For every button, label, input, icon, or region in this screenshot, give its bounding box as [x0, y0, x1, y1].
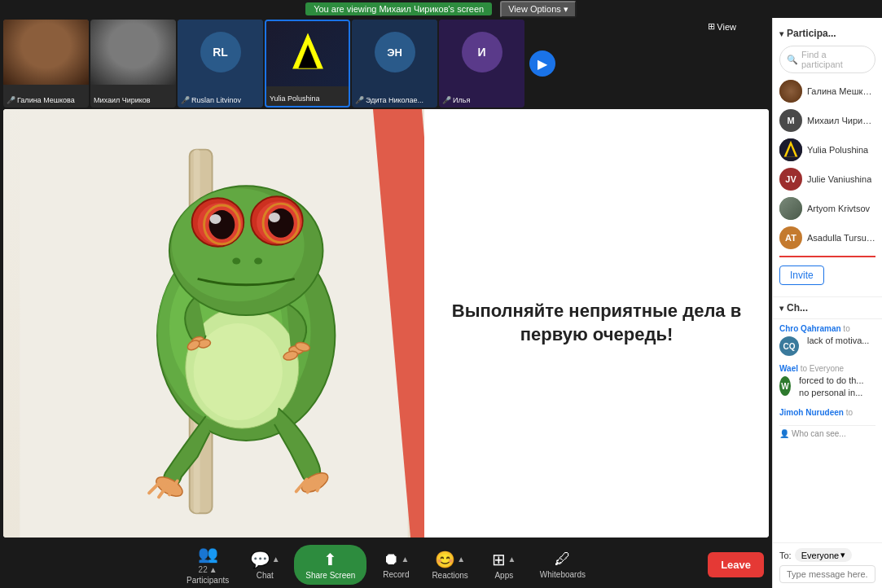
msg-sender-3: Jimoh Nurudeen: [779, 408, 846, 417]
participants-header: ▾ Participa...: [773, 24, 882, 42]
chat-input[interactable]: [779, 565, 875, 583]
svg-point-26: [210, 214, 222, 224]
whiteboards-button[interactable]: 🖊 Whiteboards: [533, 546, 592, 582]
participants-label: Participants: [186, 576, 229, 585]
reactions-button[interactable]: 😊 ▲ Reactions: [425, 546, 474, 583]
record-caret: ▲: [401, 555, 409, 564]
apps-button[interactable]: ⊞ ▲ Apps: [480, 546, 529, 583]
list-item-mikhail[interactable]: М Михаил Чириков: [773, 106, 882, 135]
msg-text-1: lack of motiva...: [807, 335, 869, 356]
slide-frog-area: [3, 109, 424, 538]
participant-tile-ruslan[interactable]: RL 🎤 Ruslan Litvinov: [178, 20, 263, 108]
scroll-right-button[interactable]: ▶: [529, 50, 555, 77]
msg-to-2: to Everyone: [801, 364, 844, 373]
list-item-galina[interactable]: Галина Мешкова: [773, 77, 882, 106]
avatar-mikhail: М: [779, 109, 802, 132]
leave-button[interactable]: Leave: [708, 552, 764, 577]
share-screen-label: Share Screen: [305, 571, 355, 580]
apps-label: Apps: [494, 571, 513, 580]
record-icon: ⏺: [383, 550, 399, 568]
search-participant-container: 🔍 Find a participant: [779, 46, 875, 73]
participants-icon: 👥: [198, 544, 218, 564]
participant-name-artyom: Artyom Krivtsov: [807, 204, 870, 213]
participant-name-asadulla: Asadulla Tursunov: [807, 233, 875, 243]
invite-button[interactable]: Invite: [779, 265, 824, 285]
chat-to-row: To: Everyone ▾: [779, 548, 875, 562]
participant-tile-ilya[interactable]: И 🎤 Илья: [439, 20, 524, 108]
chat-message-1: Chro Qahraman to CQ lack of motiva...: [779, 324, 875, 356]
avatar-cq: CQ: [779, 336, 799, 356]
list-item-yulia[interactable]: Yulia Polushina: [773, 135, 882, 165]
toolbar: 👥 22 ▲ Participants 💬 ▲ Chat ⬆ Share Scr: [0, 541, 772, 588]
grid-icon: ⊞: [708, 21, 715, 32]
participant-name-mikhail: Михаил Чириков: [807, 116, 875, 125]
participant-tile-galina[interactable]: 🎤 Галина Мешкова: [3, 20, 89, 108]
svg-point-31: [254, 258, 262, 265]
view-button[interactable]: ⊞ View: [708, 21, 736, 32]
participant-name-yulia: Yulia Polushina: [807, 145, 868, 155]
share-screen-button[interactable]: ⬆ Share Screen: [294, 545, 366, 585]
record-label: Record: [383, 570, 409, 579]
tile-name: Галина Мешкова: [17, 96, 75, 104]
content-area: ⊞ View 🎤 Галина Мешкова: [0, 18, 772, 588]
view-options-button[interactable]: View Options ▾: [500, 1, 577, 18]
chevron-down-icon-everyone: ▾: [840, 550, 845, 560]
chat-panel: ▾ Ch... Chro Qahraman to CQ lack of moti…: [773, 297, 882, 588]
search-placeholder: Find a participant: [801, 50, 868, 69]
separator: [779, 256, 875, 257]
msg-to-1: to: [843, 324, 849, 333]
reactions-icon: 😊: [435, 550, 455, 569]
whiteboards-icon: 🖊: [555, 550, 571, 568]
screen-share-area: СТЬ ЛЯГУШКУ: [3, 109, 769, 538]
participant-tile-yulia[interactable]: Yulia Polushina: [265, 20, 350, 108]
tile-name: Михаил Чириков: [94, 96, 151, 104]
tile-name: Yulia Polushina: [270, 94, 320, 103]
msg-text-2: forced to do th... no personal in...: [799, 375, 875, 400]
chat-panel-title: Ch...: [787, 302, 875, 314]
person-icon: 👤: [779, 429, 789, 438]
right-panel: ▾ Participa... 🔍 Find a participant Гали…: [772, 18, 882, 588]
search-icon: 🔍: [787, 55, 798, 65]
list-item-julie[interactable]: JV Julie Vaniushina: [773, 165, 882, 194]
avatar-w: W: [779, 376, 791, 396]
whiteboards-label: Whiteboards: [540, 570, 586, 579]
avatar-julie: JV: [779, 168, 802, 191]
chat-caret: ▲: [272, 555, 280, 564]
chat-button[interactable]: 💬 ▲ Chat: [240, 546, 289, 583]
participants-count: 22: [199, 565, 208, 574]
participants-panel-title: Participa...: [787, 28, 875, 39]
msg-sender-2: Wael: [779, 364, 801, 373]
participant-tile-mikhail[interactable]: Михаил Чириков: [90, 20, 176, 108]
chat-messages: Chro Qahraman to CQ lack of motiva... Wa…: [773, 319, 882, 542]
tile-name: Эдита Николае...: [366, 96, 423, 104]
chat-message-2: Wael to Everyone W forced to do th... no…: [779, 364, 875, 400]
list-item-asadulla[interactable]: AT Asadulla Tursunov: [773, 223, 882, 252]
avatar-galina: [779, 80, 802, 103]
participant-strip: ⊞ View 🎤 Галина Мешкова: [0, 18, 772, 109]
chat-header: ▾ Ch...: [773, 297, 882, 319]
reactions-label: Reactions: [432, 571, 467, 580]
mic-off-icon: 🎤: [355, 96, 364, 104]
tile-name: Ruslan Litvinov: [191, 96, 241, 104]
main-area: ⊞ View 🎤 Галина Мешкова: [0, 18, 882, 588]
to-label: To:: [779, 551, 792, 560]
chat-footer: To: Everyone ▾: [773, 542, 882, 588]
svg-point-27: [269, 213, 280, 222]
svg-point-9: [194, 323, 283, 420]
everyone-button[interactable]: Everyone ▾: [795, 548, 852, 562]
record-button[interactable]: ⏺ ▲ Record: [371, 546, 420, 582]
slide-content: СТЬ ЛЯГУШКУ: [3, 109, 769, 538]
participants-panel: ▾ Participa... 🔍 Find a participant Гали…: [773, 18, 882, 297]
participant-tile-edita[interactable]: ЭН 🎤 Эдита Николае...: [352, 20, 437, 108]
top-banner: You are viewing Михаил Чириков's screen …: [0, 0, 882, 18]
msg-sender-1: Chro Qahraman: [779, 324, 843, 333]
svg-point-24: [209, 210, 235, 239]
participants-button[interactable]: 👥 22 ▲ Participants: [180, 541, 235, 588]
avatar-yulia: [779, 138, 802, 161]
mic-off-icon: 🎤: [181, 96, 190, 104]
apps-icon: ⊞: [492, 550, 506, 569]
participants-caret: ▲: [209, 565, 217, 574]
avatar-asadulla: AT: [779, 226, 802, 249]
list-item-artyom[interactable]: Artyom Krivtsov: [773, 194, 882, 223]
mic-off-icon: 🎤: [7, 96, 15, 104]
